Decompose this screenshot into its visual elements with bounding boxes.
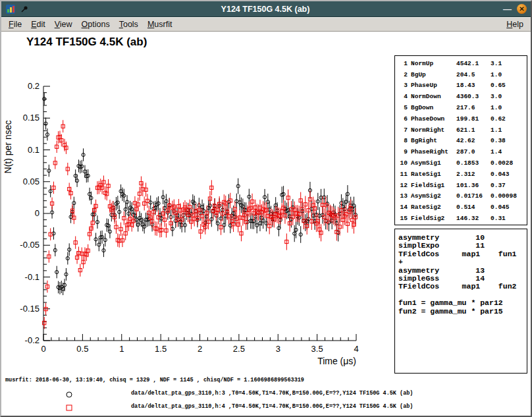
plot-canvas[interactable]: -0.2-0.15-0.1-0.0500.050.10.150.200.511.… [1, 68, 394, 405]
menubar-items: FileEditViewOptionsToolsMusrfit [4, 18, 176, 30]
param-name: RateSig1 [411, 171, 453, 178]
param-value: 0.514 [456, 204, 487, 211]
param-name: BgUp [411, 71, 453, 78]
param-no: 6 [398, 115, 408, 123]
param-no: 12 [398, 182, 408, 189]
param-error: 0.0028 [491, 159, 524, 167]
param-row: 15FieldSig2146.320.31 [398, 213, 524, 224]
param-no: 14 [398, 204, 408, 211]
param-value: 146.32 [456, 215, 487, 222]
param-name: BgDown [411, 104, 453, 111]
titlebar[interactable]: Y124 TF150G 4.5K (ab) — ✕ [1, 1, 531, 17]
app-icon [5, 4, 16, 14]
param-value: 199.81 [456, 115, 487, 123]
param-no: 9 [398, 148, 408, 155]
menu-help[interactable]: Help [502, 18, 528, 30]
param-name: PhaseDown [411, 115, 453, 123]
param-no: 13 [398, 192, 408, 200]
plot-footer: musrfit: 2018-06-30, 13:19:40, chisq = 1… [1, 374, 531, 416]
param-error: 1.0 [491, 71, 524, 78]
theory-line: TFieldCos map1 fun1 [398, 250, 523, 258]
param-row: 10AsymSig10.18530.0028 [398, 157, 524, 169]
pin-icon[interactable] [20, 5, 29, 14]
menu-musrfit[interactable]: Musrfit [143, 18, 177, 30]
plot-title: Y124 TF150G 4.5K (ab) [26, 36, 147, 49]
param-no: 1 [398, 60, 408, 67]
svg-text:0.2: 0.2 [28, 81, 40, 91]
theory-line: fun1 = gamma_mu * par12 [398, 299, 523, 307]
param-error: 1.4 [491, 148, 524, 155]
minimize-button[interactable]: — [502, 3, 513, 14]
legend-label: data/deltat_pta_gps_3110,h:4 ,T0=4.50K,T… [131, 403, 413, 410]
param-name: NormUp [411, 60, 453, 67]
param-row: 5BgDown217.61.0 [398, 102, 524, 113]
svg-text:0: 0 [35, 208, 40, 218]
param-name: PhaseUp [411, 82, 453, 89]
svg-text:2.5: 2.5 [233, 344, 245, 354]
menu-edit[interactable]: Edit [26, 18, 50, 30]
param-value: 2.312 [456, 171, 487, 178]
svg-text:0: 0 [41, 344, 45, 354]
svg-text:-0.05: -0.05 [20, 240, 40, 250]
param-value: 204.5 [456, 71, 487, 78]
param-no: 4 [398, 93, 408, 100]
param-error: 0.043 [491, 171, 524, 178]
theory-line: TFieldCos map1 fun2 [398, 283, 523, 291]
param-value: 101.36 [456, 182, 487, 189]
close-button[interactable]: ✕ [517, 4, 527, 14]
param-no: 3 [398, 82, 408, 89]
svg-text:1: 1 [119, 344, 124, 354]
param-error: 0.37 [491, 182, 524, 189]
param-value: 217.6 [456, 104, 487, 111]
canvas-area: Y124 TF150G 4.5K (ab) -0.2-0.15-0.1-0.05… [1, 32, 531, 416]
param-error: 1.1 [491, 126, 524, 134]
legend-label: data/deltat_pta_gps_3110,h:3 ,T0=4.50K,T… [131, 390, 413, 397]
param-name: PhaseRight [411, 148, 453, 155]
svg-text:0.5: 0.5 [76, 344, 88, 354]
menu-tools[interactable]: Tools [115, 18, 143, 30]
param-error: 0.31 [491, 215, 524, 222]
svg-text:1.5: 1.5 [155, 344, 167, 354]
x-axis-title: Time (μs) [317, 356, 356, 366]
param-no: 11 [398, 171, 408, 178]
legend-circle-marker [65, 389, 73, 401]
menu-options[interactable]: Options [77, 18, 115, 30]
svg-text:4: 4 [354, 344, 358, 354]
param-name: AsymSig2 [411, 192, 453, 200]
svg-text:-0.15: -0.15 [20, 304, 40, 314]
param-no: 10 [398, 159, 408, 167]
param-name: FieldSig1 [411, 182, 453, 189]
param-table: 1NormUp4542.13.12BgUp204.51.03PhaseUp18.… [398, 58, 524, 224]
menubar-right: Help [502, 18, 528, 30]
param-value: 0.01716 [456, 192, 487, 200]
param-row: 13AsymSig20.017160.00098 [398, 191, 524, 202]
svg-text:3.5: 3.5 [311, 344, 323, 354]
param-row: 14RateSig20.5140.045 [398, 202, 524, 213]
param-no: 5 [398, 104, 408, 111]
svg-text:-0.1: -0.1 [25, 272, 40, 282]
param-row: 11RateSig12.3120.043 [398, 169, 524, 180]
param-name: RateSig2 [411, 204, 453, 211]
app-window: Y124 TF150G 4.5K (ab) — ✕ FileEditViewOp… [0, 0, 532, 417]
axes [43, 86, 356, 341]
theory-line: fun2 = gamma_mu * par15 [398, 308, 523, 316]
param-row: 2BgUp204.51.0 [398, 69, 524, 80]
menu-file[interactable]: File [4, 18, 26, 30]
param-value: 42.62 [456, 137, 487, 144]
param-value: 287.0 [456, 148, 487, 155]
param-error: 3.0 [491, 93, 524, 100]
param-value: 18.43 [456, 82, 487, 89]
param-no: 8 [398, 137, 408, 144]
param-row: 6PhaseDown199.810.62 [398, 113, 524, 125]
theory-line: + [398, 258, 523, 266]
param-error: 0.38 [491, 137, 524, 144]
param-error: 1.0 [491, 104, 524, 111]
window-title: Y124 TF150G 4.5K (ab) [33, 5, 498, 14]
param-row: 7NormRight621.11.1 [398, 125, 524, 136]
legend-row: data/deltat_pta_gps_3110,h:4 ,T0=4.50K,T… [1, 401, 531, 412]
svg-text:0.15: 0.15 [23, 113, 40, 123]
param-name: AsymSig1 [411, 159, 453, 167]
param-no: 7 [398, 126, 408, 134]
param-error: 0.00098 [491, 192, 524, 200]
menu-view[interactable]: View [50, 18, 77, 30]
